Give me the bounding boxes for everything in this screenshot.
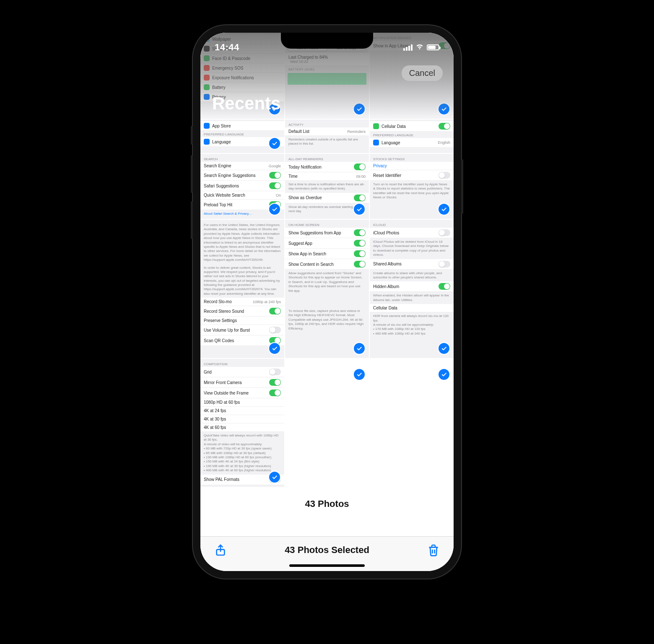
screenshot-content: ACTIVITY Default ListReminders Reminders… <box>285 119 369 153</box>
home-indicator[interactable] <box>289 564 365 567</box>
selected-checkmark-icon <box>353 342 366 355</box>
delete-button[interactable] <box>426 543 441 558</box>
album-title: Recents <box>212 93 280 114</box>
selected-checkmark-icon <box>438 203 450 216</box>
photo-thumbnail[interactable]: Cellular Data PREFERRED LANGUAGE Languag… <box>370 119 454 153</box>
battery-icon <box>427 44 439 50</box>
status-indicators <box>403 42 439 52</box>
photo-count-label: 43 Photos <box>200 487 454 526</box>
screenshot-content: ICLOUD iCloud Photos iCloud Photos will … <box>370 220 454 339</box>
volume-down-button <box>191 201 193 239</box>
selected-checkmark-icon <box>438 103 450 115</box>
cellular-signal-icon <box>403 44 413 51</box>
selected-checkmark-icon <box>268 137 281 150</box>
power-button <box>461 159 463 214</box>
photo-thumbnail[interactable]: ICLOUD iCloud Photos iCloud Photos will … <box>370 220 454 358</box>
selected-checkmark-icon <box>268 342 281 355</box>
photo-thumbnail[interactable]: ACTIVITY Default ListReminders Reminders… <box>285 119 369 153</box>
selected-checkmark-icon <box>268 203 281 216</box>
selected-checkmark-icon <box>353 368 366 381</box>
selected-checkmark-icon <box>353 103 366 115</box>
screenshot-content: Battery Health Last 24 HoursLast 10 Days… <box>285 33 369 87</box>
selected-checkmark-icon <box>438 342 450 355</box>
selected-checkmark-icon <box>438 368 450 381</box>
photo-thumbnail[interactable]: App Store PREFERRED LANGUAGE LanguageEng… <box>200 119 284 153</box>
share-button[interactable] <box>213 543 228 558</box>
screenshot-content: Cellular Data PREFERRED LANGUAGE Languag… <box>370 119 454 149</box>
photo-thumbnail[interactable]: For users in the United States, the Unit… <box>200 220 284 358</box>
status-time: 14:44 <box>215 42 239 53</box>
photo-thumbnail[interactable]: Battery Health Last 24 HoursLast 10 Days… <box>285 33 369 119</box>
phone-frame: 14:44 Recents Cancel WallpaperS <box>193 25 461 579</box>
cancel-button[interactable]: Cancel <box>402 65 443 81</box>
photo-thumbnail[interactable]: ALL-DAY REMINDERS Today Notification Tim… <box>285 154 369 219</box>
selection-count-label: 43 Photos Selected <box>285 545 369 556</box>
photo-thumbnail[interactable]: ON HOME SCREEN Show Suggestions from App… <box>285 220 369 358</box>
status-bar: 14:44 <box>200 33 454 57</box>
photo-thumbnail[interactable]: COMPOSITION GridMirror Front CameraView … <box>200 359 284 487</box>
photo-thumbnail[interactable]: SEARCH Search EngineGoogleSearch Engine … <box>200 154 284 219</box>
selected-checkmark-icon <box>268 471 281 483</box>
wifi-icon <box>415 42 424 52</box>
mute-switch <box>191 126 193 145</box>
screenshot-content: For users in the United States, the Unit… <box>200 220 284 348</box>
photo-thumbnail[interactable] <box>370 359 454 384</box>
screenshot-content: COMPOSITION GridMirror Front CameraView … <box>200 359 284 487</box>
screenshot-content: STOCKS SETTINGS Privacy Reset Identifier… <box>370 154 454 203</box>
volume-up-button <box>191 155 193 193</box>
selected-checkmark-icon <box>353 203 366 216</box>
screenshot-content: ON HOME SCREEN Show Suggestions from App… <box>285 220 369 334</box>
photo-thumbnail[interactable] <box>285 359 369 384</box>
photo-thumbnail[interactable]: STOCKS SETTINGS Privacy Reset Identifier… <box>370 154 454 219</box>
screen: 14:44 Recents Cancel WallpaperS <box>200 33 454 571</box>
